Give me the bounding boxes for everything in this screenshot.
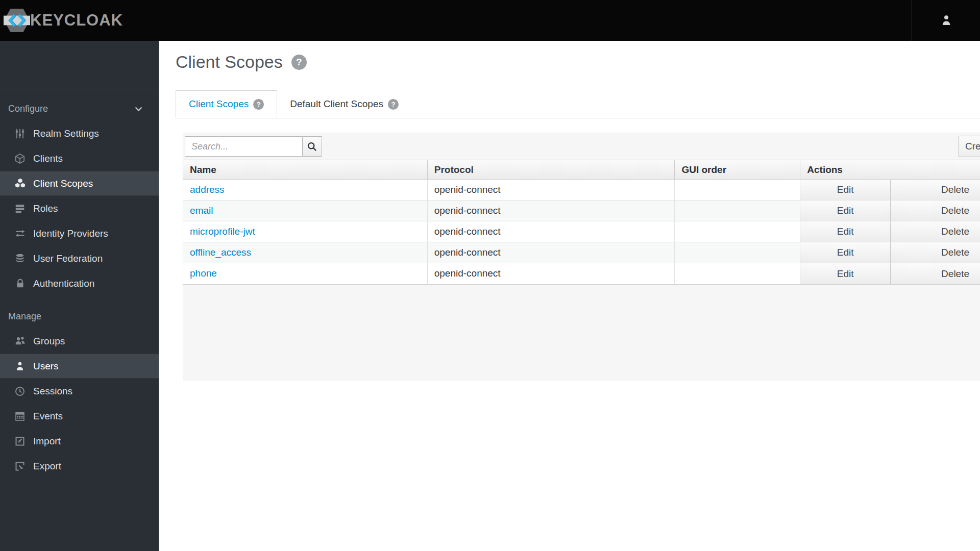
delete-button[interactable]: Delete xyxy=(891,201,980,221)
client-scope-link[interactable]: phone xyxy=(190,268,217,279)
sidebar-section-label: Manage xyxy=(8,311,41,322)
protocol-cell: openid-connect xyxy=(428,263,675,284)
sidebar-item-client-scopes[interactable]: Client Scopes xyxy=(0,171,159,196)
sidebar-item-label: Roles xyxy=(33,203,58,214)
protocol-cell: openid-connect xyxy=(428,242,675,263)
cubes-icon xyxy=(14,178,26,189)
gui-order-cell xyxy=(675,263,800,284)
top-navbar: KEYCLOAK xyxy=(0,0,980,41)
table-header-row: Name Protocol GUI order Actions xyxy=(183,160,980,180)
sidebar-item-label: Clients xyxy=(33,153,63,164)
search-input[interactable] xyxy=(185,136,303,157)
help-icon[interactable]: ? xyxy=(388,99,399,110)
sidebar: Configure Realm Settings Clients Client … xyxy=(0,41,159,551)
name-cell: microprofile-jwt xyxy=(183,221,428,242)
table-row: microprofile-jwt openid-connect Edit Del… xyxy=(183,221,980,242)
navbar-user-area xyxy=(912,0,980,41)
exchange-arrows-icon xyxy=(14,228,26,239)
sidebar-item-label: Users xyxy=(33,361,59,372)
main-content: Client Scopes ? Client Scopes ? Default … xyxy=(159,41,980,551)
sidebar-item-label: Groups xyxy=(33,336,65,347)
sidebar-section-configure[interactable]: Configure xyxy=(0,101,159,116)
delete-button[interactable]: Delete xyxy=(891,180,980,200)
tab-bar: Client Scopes ? Default Client Scopes ? xyxy=(176,90,980,118)
sidebar-item-groups[interactable]: Groups xyxy=(0,329,159,354)
sidebar-section: Manage Groups Users Sessions Events Impo… xyxy=(0,309,159,479)
table-row: offline_access openid-connect Edit Delet… xyxy=(183,242,980,263)
brand-name: KEYCLOAK xyxy=(30,11,123,30)
calendar-icon xyxy=(14,410,26,422)
sidebar-item-authentication[interactable]: Authentication xyxy=(0,271,159,296)
keycloak-logo[interactable]: KEYCLOAK xyxy=(0,8,123,33)
sidebar-section: Configure Realm Settings Clients Client … xyxy=(0,101,159,296)
sidebar-item-label: User Federation xyxy=(33,253,103,264)
edit-button[interactable]: Edit xyxy=(800,242,891,263)
client-scope-link[interactable]: email xyxy=(190,205,213,216)
gui-order-cell xyxy=(675,201,800,221)
tab-client-scopes[interactable]: Client Scopes ? xyxy=(176,90,277,118)
edit-button[interactable]: Edit xyxy=(800,180,891,200)
sidebar-item-label: Client Scopes xyxy=(33,178,93,189)
protocol-cell: openid-connect xyxy=(428,180,675,200)
lock-icon xyxy=(14,278,26,289)
tab-label: Default Client Scopes xyxy=(290,98,383,110)
edit-button[interactable]: Edit xyxy=(800,201,891,221)
gui-order-cell xyxy=(675,180,800,200)
name-cell: email xyxy=(183,201,428,221)
column-header-gui-order: GUI order xyxy=(675,160,800,179)
sidebar-item-sessions[interactable]: Sessions xyxy=(0,379,159,404)
delete-button[interactable]: Delete xyxy=(891,263,980,284)
user-icon xyxy=(940,14,953,27)
sidebar-item-label: Export xyxy=(33,461,61,472)
edit-button[interactable]: Edit xyxy=(800,263,891,284)
realm-selector-area xyxy=(0,41,159,88)
gui-order-cell xyxy=(675,221,800,242)
protocol-cell: openid-connect xyxy=(428,221,675,242)
sidebar-item-label: Import xyxy=(33,436,61,447)
sidebar-item-export[interactable]: Export xyxy=(0,454,159,479)
sidebar-item-label: Realm Settings xyxy=(33,128,99,139)
column-header-protocol: Protocol xyxy=(428,160,675,179)
page-header: Client Scopes ? xyxy=(176,50,980,74)
protocol-cell: openid-connect xyxy=(428,201,675,221)
gui-order-cell xyxy=(675,242,800,263)
column-header-name: Name xyxy=(183,160,428,179)
sidebar-section-manage: Manage xyxy=(0,309,159,324)
table-row: phone openid-connect Edit Delete xyxy=(183,263,980,284)
sidebar-item-import[interactable]: Import xyxy=(0,429,159,454)
search-button[interactable] xyxy=(302,136,322,157)
table-row: address openid-connect Edit Delete xyxy=(183,180,980,201)
sidebar-item-label: Authentication xyxy=(33,278,94,289)
sidebar-item-label: Sessions xyxy=(33,386,72,397)
delete-button[interactable]: Delete xyxy=(891,242,980,263)
user-menu-button[interactable] xyxy=(937,11,956,30)
sidebar-item-users[interactable]: Users xyxy=(0,354,159,379)
sidebar-item-events[interactable]: Events xyxy=(0,404,159,429)
sidebar-item-roles[interactable]: Roles xyxy=(0,196,159,221)
edit-button[interactable]: Edit xyxy=(800,221,891,242)
table-row: email openid-connect Edit Delete xyxy=(183,201,980,221)
search-icon xyxy=(307,141,317,152)
tab-label: Client Scopes xyxy=(189,98,249,110)
sidebar-item-label: Identity Providers xyxy=(33,228,108,239)
sidebar-item-user-federation[interactable]: User Federation xyxy=(0,246,159,271)
help-icon[interactable]: ? xyxy=(291,55,307,70)
sidebar-item-clients[interactable]: Clients xyxy=(0,146,159,171)
cube-icon xyxy=(14,153,26,164)
client-scope-link[interactable]: microprofile-jwt xyxy=(190,226,255,237)
client-scope-link[interactable]: offline_access xyxy=(190,247,251,258)
export-icon xyxy=(14,460,26,472)
help-icon[interactable]: ? xyxy=(253,99,264,110)
name-cell: phone xyxy=(183,263,428,284)
delete-button[interactable]: Delete xyxy=(891,221,980,242)
client-scopes-panel: Create Name Protocol GUI order Actions a… xyxy=(183,133,980,381)
create-button[interactable]: Create xyxy=(959,136,980,157)
sidebar-item-label: Events xyxy=(33,411,63,422)
tab-default-client-scopes[interactable]: Default Client Scopes ? xyxy=(277,90,411,118)
database-icon xyxy=(14,253,26,264)
name-cell: address xyxy=(183,180,428,200)
sidebar-item-realm-settings[interactable]: Realm Settings xyxy=(0,121,159,146)
sliders-icon xyxy=(14,128,26,139)
sidebar-item-identity-providers[interactable]: Identity Providers xyxy=(0,221,159,246)
client-scope-link[interactable]: address xyxy=(190,184,225,195)
